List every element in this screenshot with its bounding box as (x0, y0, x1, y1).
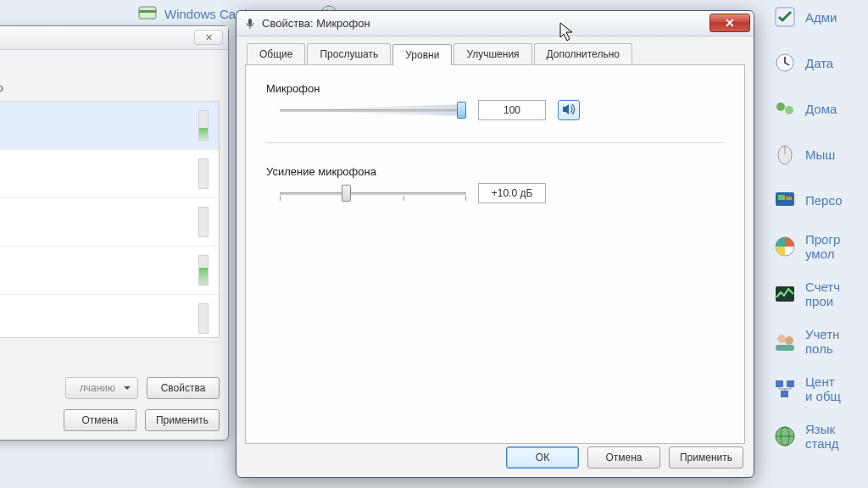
cp-item[interactable]: Мыш (771, 141, 868, 168)
cp-item[interactable]: Дата (771, 49, 868, 76)
svg-rect-17 (776, 345, 794, 351)
tab-label: Улучшения (466, 48, 519, 60)
device-row[interactable]: Audio (0, 198, 219, 247)
tab-label: Общие (259, 48, 292, 60)
button-label: Отмена (81, 414, 118, 426)
svg-rect-12 (786, 197, 792, 200)
close-icon: ✕ (725, 16, 735, 30)
cardspace-icon (136, 2, 159, 25)
button-label: Применить (680, 452, 732, 463)
close-button[interactable]: ✕ (194, 30, 223, 45)
users-icon (771, 328, 798, 355)
homegroup-icon (771, 95, 798, 122)
tab-listen[interactable]: Прослушать (307, 43, 391, 64)
svg-point-15 (777, 335, 786, 343)
tab-label: Дополнительно (547, 48, 620, 60)
svg-rect-24 (248, 19, 252, 25)
network-icon (771, 375, 798, 402)
default-programs-icon (771, 233, 798, 260)
cp-item-label: Счетч прои (805, 280, 840, 308)
button-label: Свойства (161, 382, 206, 394)
button-label: лчанию (80, 382, 115, 394)
cp-item-label: Дома (805, 102, 837, 116)
tab-advanced[interactable]: Дополнительно (534, 43, 632, 64)
level-meter-icon (198, 110, 209, 141)
mic-boost-slider[interactable] (280, 186, 466, 201)
button-label: Применить (156, 414, 209, 426)
button-label: Отмена (605, 452, 642, 463)
cancel-button[interactable]: Отмена (64, 409, 136, 431)
mic-boost-label: Усиление микрофона (266, 165, 724, 178)
divider (266, 142, 724, 143)
cp-item[interactable]: Язык станд (771, 422, 868, 451)
sound-dialog: ✕ ь ры которого нужно Audio Audio Audio … (0, 25, 229, 441)
device-list[interactable]: Audio Audio Audio Audio Audio (0, 101, 220, 338)
level-meter-icon (198, 255, 209, 286)
cancel-button[interactable]: Отмена (587, 446, 660, 469)
ok-button[interactable]: ОК (506, 446, 579, 469)
svg-rect-19 (787, 380, 794, 387)
properties-button[interactable]: Свойства (147, 377, 220, 399)
svg-rect-18 (776, 380, 783, 387)
level-meter-icon (198, 207, 209, 237)
mic-level-value[interactable]: 100 (478, 100, 546, 120)
cp-item[interactable]: Счетч прои (771, 280, 868, 308)
cp-item-label: Адми (805, 10, 837, 25)
cp-item[interactable]: Персо (771, 186, 868, 214)
cp-item[interactable]: Адми (771, 3, 868, 30)
mouse-icon (771, 141, 798, 168)
svg-point-7 (785, 106, 793, 114)
clock-icon (771, 49, 798, 76)
mic-level-label: Микрофон (266, 82, 724, 95)
instruction-text: ры которого нужно (0, 81, 220, 94)
control-panel-strip: Адми Дата Дома Мыш Персо Прогр умол Счет… (766, 0, 868, 488)
device-row[interactable]: Audio (0, 247, 219, 295)
button-label: ОК (536, 452, 549, 463)
device-row[interactable]: Audio (0, 295, 219, 343)
set-default-button[interactable]: лчанию (65, 377, 138, 399)
svg-marker-26 (563, 104, 569, 114)
apply-button[interactable]: Применить (145, 409, 220, 431)
device-row[interactable]: Audio (0, 150, 219, 198)
close-button[interactable]: ✕ (709, 14, 750, 32)
svg-point-6 (776, 103, 785, 111)
cp-item-label: Цент и общ (805, 374, 841, 403)
svg-rect-11 (778, 195, 785, 200)
cp-item[interactable]: Прогр умол (771, 232, 868, 261)
tab-row: Общие Прослушать Уровни Улучшения Дополн… (247, 43, 743, 64)
svg-point-16 (785, 336, 793, 345)
level-meter-icon (198, 158, 209, 189)
tab-label: Уровни (405, 49, 439, 61)
close-icon: ✕ (205, 32, 213, 43)
cp-item[interactable]: Дома (771, 95, 868, 122)
region-icon (771, 423, 798, 450)
tab-general[interactable]: Общие (247, 43, 305, 64)
svg-rect-20 (781, 391, 788, 397)
mic-level-slider[interactable] (280, 103, 466, 118)
dialog-titlebar[interactable]: Свойства: Микрофон ✕ (236, 11, 754, 36)
apply-button[interactable]: Применить (669, 446, 743, 469)
tab-enhancements[interactable]: Улучшения (453, 43, 531, 64)
mic-boost-value[interactable]: +10.0 дБ (478, 183, 546, 203)
mic-properties-dialog: Свойства: Микрофон ✕ Общие Прослушать Ур… (236, 10, 754, 478)
cp-item-label: Мыш (805, 147, 835, 162)
cp-item-label: Язык станд (805, 422, 839, 451)
cp-item-label: Дата (805, 56, 833, 70)
admin-tools-icon (771, 3, 798, 30)
mute-button[interactable] (558, 100, 580, 120)
sound-dialog-titlebar[interactable]: ✕ (0, 26, 228, 50)
cp-item-label: Персо (805, 193, 842, 208)
cp-item-label: Прогр умол (805, 232, 840, 261)
level-meter-icon (198, 303, 209, 334)
tab-label: Прослушать (320, 48, 378, 60)
cp-item[interactable]: Цент и общ (771, 374, 868, 403)
tab-levels[interactable]: Уровни (392, 44, 452, 65)
dialog-title: Свойства: Микрофон (262, 17, 370, 30)
cp-item[interactable]: Учетн поль (771, 327, 868, 356)
device-row[interactable]: Audio (0, 102, 219, 150)
personalization-icon (771, 186, 798, 214)
levels-panel: Микрофон 100 Усиление микрофона (245, 64, 745, 444)
cp-item-label: Учетн поль (805, 327, 839, 356)
speaker-icon (562, 103, 576, 118)
svg-rect-1 (139, 10, 156, 13)
